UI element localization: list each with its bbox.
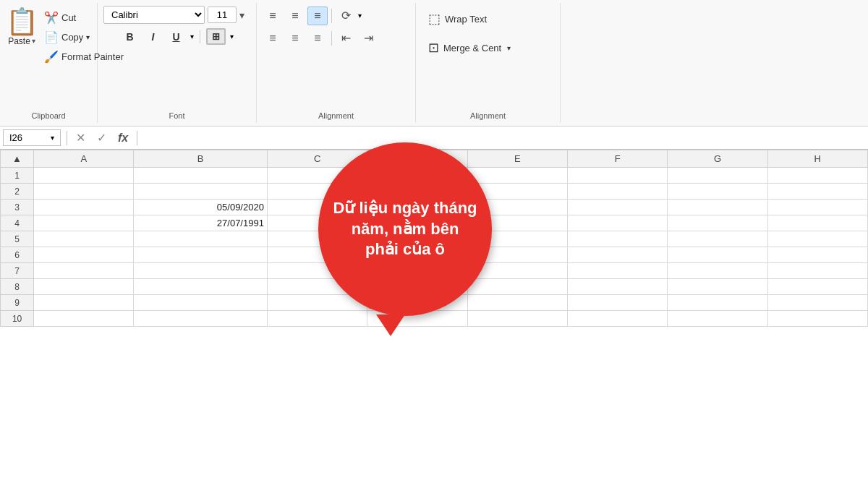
paste-button[interactable]: 📋 Paste ▾ bbox=[3, 6, 41, 107]
cell[interactable] bbox=[567, 311, 667, 327]
cell[interactable] bbox=[567, 184, 667, 200]
col-header-b[interactable]: B bbox=[134, 150, 267, 168]
formula-bar-divider-2 bbox=[137, 131, 137, 145]
cell[interactable] bbox=[567, 263, 667, 279]
align-left-button[interactable]: ≡ bbox=[263, 29, 283, 48]
cell[interactable] bbox=[134, 184, 267, 200]
merge-center-button[interactable]: ⊡ Merge & Cent ▾ bbox=[422, 35, 554, 61]
merge-dropdown-icon[interactable]: ▾ bbox=[507, 44, 511, 52]
col-header-f[interactable]: F bbox=[567, 150, 667, 168]
cell[interactable] bbox=[34, 295, 134, 311]
cell[interactable] bbox=[34, 231, 134, 247]
cell[interactable] bbox=[567, 247, 667, 263]
cell[interactable] bbox=[668, 295, 767, 311]
bold-button[interactable]: B bbox=[121, 29, 140, 45]
decrease-indent-button[interactable]: ⇤ bbox=[336, 28, 356, 48]
cell[interactable] bbox=[668, 215, 767, 231]
cell[interactable] bbox=[134, 231, 267, 247]
cell[interactable] bbox=[767, 215, 867, 231]
cell[interactable] bbox=[668, 231, 767, 247]
callout-tail bbox=[376, 314, 405, 336]
cell[interactable] bbox=[567, 215, 667, 231]
cell[interactable] bbox=[668, 168, 767, 184]
cell[interactable] bbox=[34, 168, 134, 184]
cell[interactable] bbox=[767, 247, 867, 263]
cell[interactable] bbox=[767, 200, 867, 215]
underline-button[interactable]: U bbox=[167, 29, 186, 45]
align-right-button[interactable]: ≡ bbox=[307, 29, 328, 48]
cell[interactable] bbox=[34, 263, 134, 279]
wrap-text-label: Wrap Text bbox=[445, 14, 487, 25]
insert-function-button[interactable]: fx bbox=[115, 130, 131, 146]
cell[interactable] bbox=[767, 184, 867, 200]
row-number: 7 bbox=[1, 263, 34, 279]
cell[interactable] bbox=[567, 168, 667, 184]
cell[interactable] bbox=[134, 295, 267, 311]
font-family-select[interactable]: Calibri bbox=[103, 6, 205, 24]
callout-text: Dữ liệu ngày tháng năm, nằm bên phải của… bbox=[333, 198, 477, 260]
row-number: 3 bbox=[1, 200, 34, 215]
borders-dropdown-icon[interactable]: ▾ bbox=[230, 33, 234, 40]
align-top-button[interactable]: ≡ bbox=[263, 7, 283, 25]
confirm-formula-button[interactable]: ✓ bbox=[94, 129, 109, 146]
align-middle-button[interactable]: ≡ bbox=[285, 7, 305, 25]
align-separator-2 bbox=[331, 31, 332, 46]
cell[interactable] bbox=[668, 311, 767, 327]
cancel-formula-button[interactable]: ✕ bbox=[73, 129, 88, 146]
copy-label: Copy bbox=[61, 32, 83, 43]
cell[interactable] bbox=[668, 263, 767, 279]
cell[interactable] bbox=[668, 200, 767, 215]
row-number: 1 bbox=[1, 168, 34, 184]
align-center-button[interactable]: ≡ bbox=[285, 29, 305, 48]
borders-button[interactable]: ⊞ bbox=[206, 28, 226, 45]
cell[interactable] bbox=[668, 279, 767, 295]
align-bottom-button[interactable]: ≡ bbox=[307, 7, 328, 25]
cell[interactable] bbox=[34, 247, 134, 263]
cell[interactable] bbox=[134, 168, 267, 184]
orientation-button[interactable]: ⟳ bbox=[336, 6, 356, 25]
cell[interactable] bbox=[767, 279, 867, 295]
callout-bubble: Dữ liệu ngày tháng năm, nằm bên phải của… bbox=[318, 142, 492, 316]
cell[interactable] bbox=[668, 247, 767, 263]
cell[interactable] bbox=[34, 279, 134, 295]
cell[interactable] bbox=[34, 200, 134, 215]
col-header-a[interactable]: A bbox=[34, 150, 134, 168]
cell[interactable] bbox=[34, 215, 134, 231]
paste-icon: 📋 bbox=[6, 9, 38, 35]
font-size-dropdown-icon[interactable]: ▾ bbox=[239, 9, 244, 21]
col-header-h[interactable]: H bbox=[767, 150, 867, 168]
italic-button[interactable]: I bbox=[144, 29, 163, 45]
cell[interactable] bbox=[34, 311, 134, 327]
cell[interactable] bbox=[767, 231, 867, 247]
cell-reference-box[interactable]: I26 ▾ bbox=[3, 129, 61, 146]
cell[interactable] bbox=[767, 295, 867, 311]
alignment-group: ≡ ≡ ≡ ⟳ ▾ ≡ ≡ ≡ ⇤ ⇥ Alignment bbox=[257, 3, 416, 123]
cell[interactable] bbox=[134, 247, 267, 263]
font-group: Calibri ▾ B I U ▾ ⊞ ▾ Font bbox=[98, 3, 257, 123]
copy-icon: 📄 bbox=[44, 30, 59, 44]
underline-dropdown-icon[interactable]: ▾ bbox=[190, 33, 194, 40]
merge-center-label: Merge & Cent bbox=[443, 43, 501, 53]
cell[interactable] bbox=[767, 168, 867, 184]
cell[interactable]: 27/07/1991 bbox=[134, 215, 267, 231]
cell[interactable] bbox=[567, 295, 667, 311]
cell[interactable] bbox=[134, 279, 267, 295]
orientation-dropdown-icon[interactable]: ▾ bbox=[358, 12, 362, 20]
wrap-text-button[interactable]: ⬚ Wrap Text bbox=[422, 6, 554, 32]
cell[interactable] bbox=[767, 263, 867, 279]
cell[interactable] bbox=[134, 311, 267, 327]
cut-icon: ✂️ bbox=[44, 11, 59, 25]
col-header-g[interactable]: G bbox=[668, 150, 767, 168]
cell[interactable] bbox=[567, 279, 667, 295]
cell[interactable] bbox=[767, 311, 867, 327]
cell[interactable] bbox=[134, 263, 267, 279]
formula-input[interactable] bbox=[143, 131, 865, 145]
font-size-input[interactable] bbox=[208, 7, 237, 23]
cell[interactable] bbox=[567, 231, 667, 247]
cell[interactable] bbox=[668, 184, 767, 200]
cell[interactable] bbox=[567, 200, 667, 215]
row-number: 5 bbox=[1, 231, 34, 247]
cell[interactable]: 05/09/2020 bbox=[134, 200, 267, 215]
increase-indent-button[interactable]: ⇥ bbox=[358, 28, 378, 48]
cell[interactable] bbox=[34, 184, 134, 200]
